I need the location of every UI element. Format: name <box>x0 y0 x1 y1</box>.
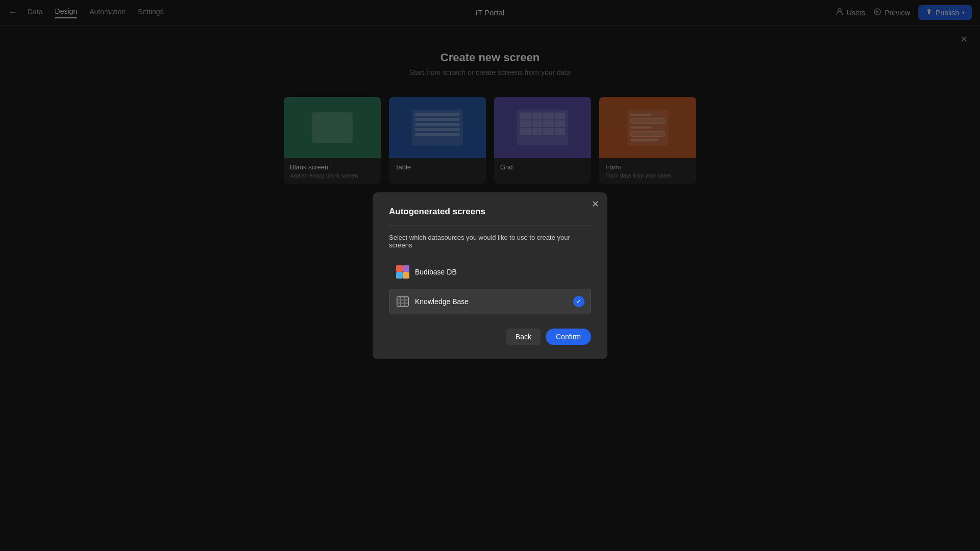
modal-overlay: ✕ Autogenerated screens Select which dat… <box>0 0 980 551</box>
datasource-budibase-db[interactable]: Budibase DB <box>389 259 591 285</box>
modal-subtitle: Select which datasources you would like … <box>389 234 591 249</box>
budibase-db-icon <box>396 265 410 279</box>
back-button[interactable]: Back <box>506 329 541 345</box>
knowledge-base-name: Knowledge Base <box>415 297 568 306</box>
modal-close-button[interactable]: ✕ <box>592 199 599 209</box>
modal-divider <box>389 225 591 226</box>
knowledge-base-icon <box>396 294 410 309</box>
knowledge-base-checkmark: ✓ <box>573 296 584 307</box>
modal-actions: Back Confirm <box>389 329 591 345</box>
datasource-knowledge-base[interactable]: Knowledge Base ✓ <box>389 289 591 314</box>
budibase-db-name: Budibase DB <box>415 268 584 276</box>
confirm-button[interactable]: Confirm <box>546 329 591 345</box>
autogenerated-screens-modal: ✕ Autogenerated screens Select which dat… <box>373 192 607 359</box>
modal-title: Autogenerated screens <box>389 207 591 217</box>
